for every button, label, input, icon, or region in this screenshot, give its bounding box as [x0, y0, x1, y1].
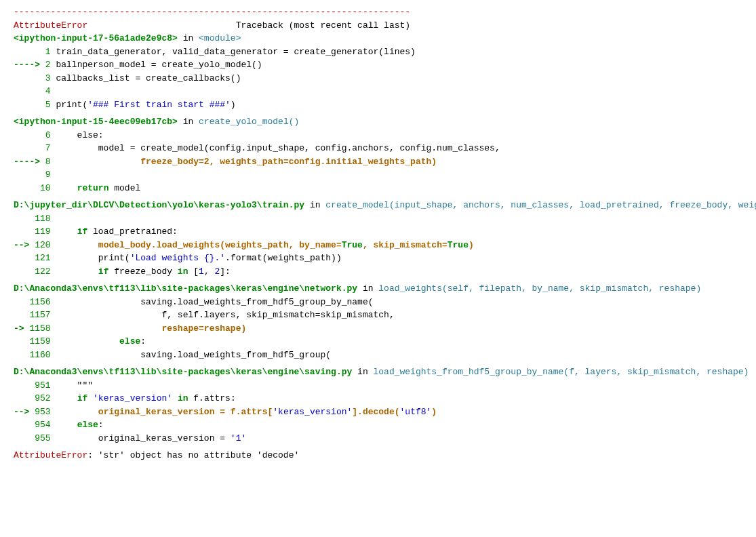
- code-line-current: --> 120 model_body.load_weights(weights_…: [14, 239, 742, 252]
- code: else:: [51, 130, 104, 140]
- lineno: 1159: [14, 336, 51, 346]
- keyword: in: [178, 393, 188, 403]
- code: load_pretrained:: [87, 226, 178, 237]
- string-literal: 'Load weights {}.': [130, 253, 225, 263]
- code-highlighted: ].decode(: [352, 407, 399, 417]
- frame5-file: D:\Anaconda3\envs\tf113\lib\site-package…: [14, 367, 352, 377]
- frame2-file: <ipython-input-15-4eec09eb17cb>: [14, 117, 178, 127]
- frame3-func: create_model: [325, 200, 389, 210]
- frame2-location: <ipython-input-15-4eec09eb17cb> in creat…: [14, 115, 742, 129]
- num-literal: 1: [199, 266, 204, 277]
- string-literal: 'utf8': [400, 407, 432, 417]
- lineno: 1158: [29, 323, 50, 334]
- code-pre: print(: [51, 100, 88, 110]
- lineno: 954: [14, 420, 51, 430]
- lineno: 1157: [14, 310, 51, 320]
- code-highlighted: ): [469, 240, 474, 250]
- frame5-in: in: [352, 367, 373, 377]
- pad: [51, 226, 77, 237]
- code-highlighted: reshape=reshape): [51, 323, 247, 334]
- lineno: 118: [14, 214, 51, 224]
- code-line: 119 if load_pretrained:: [14, 225, 742, 239]
- code: saving.load_weights_from_hdf5_group_by_n…: [51, 297, 374, 307]
- arrow-marker: ->: [14, 323, 29, 334]
- keyword: if: [77, 226, 88, 237]
- code-line: 9: [14, 168, 742, 182]
- lineno: 1160: [14, 350, 51, 360]
- lineno: 1: [14, 47, 51, 57]
- frame3-file: D:\jupyter_dir\DLCV\Detection\yolo\keras…: [14, 200, 304, 210]
- lineno: 7: [14, 143, 51, 153]
- keyword: if: [98, 266, 109, 277]
- code: f, self.layers, skip_mismatch=skip_misma…: [51, 310, 395, 320]
- code: """: [51, 380, 93, 391]
- lineno: 1156: [14, 297, 51, 307]
- lineno: 2: [45, 60, 51, 70]
- header-spacer: [87, 20, 235, 31]
- keyword: return: [77, 183, 109, 193]
- frame5-args: (f, layers, skip_mismatch, reshape): [563, 367, 749, 377]
- pad: [51, 183, 77, 193]
- lineno: 8: [45, 157, 51, 167]
- lineno: 5: [14, 100, 51, 110]
- lineno: 3: [14, 73, 51, 83]
- code: train_data_generator, valid_data_generat…: [51, 47, 416, 57]
- frame3-args: (input_shape, anchors, num_classes, load…: [389, 200, 756, 210]
- code-line: 121 print('Load weights {}.'.format(weig…: [14, 252, 742, 265]
- code-pre: original_keras_version =: [51, 433, 231, 443]
- final-error-name: AttributeError: [14, 450, 87, 460]
- code-highlighted: ): [431, 407, 437, 417]
- code-line: 118: [14, 212, 742, 226]
- bool-literal: True: [342, 240, 363, 250]
- comma: ,: [204, 266, 215, 277]
- keyword: in: [178, 266, 188, 277]
- traceback-label: Traceback (most recent call last): [236, 20, 410, 31]
- arrow-marker: -->: [14, 240, 35, 250]
- pad: [51, 336, 119, 346]
- lineno: 121: [14, 253, 51, 263]
- frame2-args: (): [289, 117, 300, 127]
- code-line: 4: [14, 85, 742, 98]
- final-error: AttributeError: 'str' object has no attr…: [14, 449, 742, 462]
- code-line-current: ----> 2 ballnperson_model = create_yolo_…: [14, 58, 742, 72]
- pad: [51, 420, 77, 430]
- code: [: [188, 266, 199, 277]
- string-literal: '### First train start ###': [87, 100, 231, 110]
- code-line: 5 print('### First train start ###'): [14, 98, 742, 112]
- lineno: 6: [14, 130, 51, 140]
- lineno: 4: [14, 86, 51, 96]
- code: model = create_model(config.input_shape,…: [51, 143, 500, 153]
- code: freeze_body: [108, 266, 177, 277]
- lineno: 951: [14, 380, 51, 391]
- traceback-divider: ----------------------------------------…: [14, 5, 742, 19]
- code: f.attrs:: [188, 393, 236, 403]
- frame2-in: in: [178, 117, 199, 127]
- colon: :: [98, 420, 104, 430]
- frame1-func: <module>: [199, 33, 241, 43]
- code-line-current: ----> 8 freeze_body=2, weights_path=conf…: [14, 155, 742, 169]
- lineno: 955: [14, 433, 51, 443]
- frame4-args: (self, filepath, by_name, skip_mismatch,…: [442, 283, 701, 294]
- code-line: 3 callbacks_list = create_callbacks(): [14, 72, 742, 85]
- code-highlighted: freeze_body=2, weights_path=config.initi…: [51, 157, 437, 167]
- keyword: else: [119, 336, 140, 346]
- frame4-in: in: [357, 283, 378, 294]
- frame3-in: in: [304, 200, 325, 210]
- frame1-file: <ipython-input-17-56a1ade2e9c8>: [14, 33, 178, 43]
- string-literal: '1': [231, 433, 246, 443]
- string-literal: 'keras_version': [93, 393, 172, 403]
- code: saving.load_weights_from_hdf5_group(: [51, 350, 331, 360]
- arrow-marker: ---->: [14, 60, 45, 70]
- frame5-func: load_weights_from_hdf5_group_by_name: [374, 367, 564, 377]
- lineno: 122: [14, 266, 51, 277]
- pad: [51, 266, 98, 277]
- code-line: 955 original_keras_version = '1': [14, 432, 742, 445]
- lineno: 10: [14, 183, 51, 193]
- frame1-in: in: [178, 33, 199, 43]
- sp: [87, 393, 93, 403]
- code-line: 952 if 'keras_version' in f.attrs:: [14, 392, 742, 405]
- lineno: 120: [35, 240, 50, 250]
- lineno: 952: [14, 393, 51, 403]
- code-line: 951 """: [14, 379, 742, 393]
- error-name: AttributeError: [14, 20, 87, 31]
